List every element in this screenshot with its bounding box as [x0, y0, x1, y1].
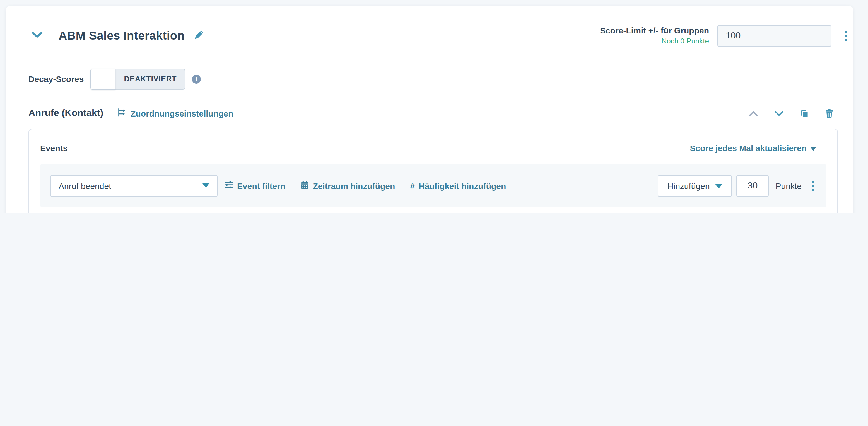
edit-title-button[interactable]	[193, 29, 204, 42]
panel-header-left: ABM Sales Interaktion	[28, 29, 204, 42]
score-limit-hint: Noch 0 Punkte	[600, 37, 709, 46]
duplicate-group-button[interactable]	[800, 108, 809, 118]
add-timeframe-link[interactable]: Zeitraum hinzufügen	[301, 181, 395, 191]
sliders-icon	[224, 181, 233, 191]
decay-row: Decay-Scores DEAKTIVIERT i	[28, 68, 838, 90]
delete-group-button[interactable]	[825, 108, 833, 118]
score-settings-page: ABM Sales Interaktion Score-Limit +/- fü…	[0, 0, 868, 213]
move-group-down-button[interactable]	[774, 110, 784, 116]
score-group-panel: ABM Sales Interaktion Score-Limit +/- fü…	[6, 6, 854, 213]
add-subtract-dropdown[interactable]: Hinzufügen	[658, 175, 732, 197]
points-unit-label: Punkte	[776, 181, 802, 190]
score-limit-label: Score-Limit +/- für Gruppen	[600, 26, 709, 36]
toggle-knob	[90, 68, 116, 90]
move-group-up-button[interactable]	[749, 110, 758, 116]
chevron-down-icon	[31, 31, 43, 41]
events-card-anrufe: Events Score jedes Mal aktualisieren Anr…	[28, 129, 838, 213]
row-kebab-menu-icon[interactable]	[809, 178, 816, 193]
copy-icon	[800, 108, 809, 118]
group-actions	[749, 108, 838, 118]
decay-toggle[interactable]: DEAKTIVIERT	[90, 68, 185, 90]
card-header: Events Score jedes Mal aktualisieren	[40, 142, 826, 154]
pencil-icon	[193, 29, 204, 42]
panel-kebab-menu-icon[interactable]	[842, 28, 849, 43]
decay-state-label: DEAKTIVIERT	[116, 69, 185, 89]
calendar-icon	[301, 181, 309, 191]
points-input[interactable]	[737, 175, 769, 197]
score-limit-text: Score-Limit +/- für Gruppen Noch 0 Punkt…	[600, 26, 709, 46]
filter-event-link[interactable]: Event filtern	[224, 181, 285, 191]
chevron-up-icon	[749, 110, 758, 116]
score-update-dropdown[interactable]: Score jedes Mal aktualisieren	[690, 143, 816, 153]
event-type-select[interactable]: Anruf beendet	[50, 175, 218, 197]
collapse-section-button[interactable]	[31, 31, 43, 41]
caret-down-icon	[715, 181, 723, 190]
score-limit-input[interactable]	[717, 25, 831, 46]
caret-down-icon	[197, 184, 209, 188]
decay-label: Decay-Scores	[28, 74, 90, 84]
info-icon[interactable]: i	[192, 74, 201, 84]
mapping-icon	[117, 108, 126, 119]
trash-icon	[825, 108, 833, 118]
caret-down-icon	[810, 143, 816, 153]
group-name: Anrufe (Kontakt)	[28, 108, 103, 119]
event-row: Anruf beendet Event filtern	[40, 164, 826, 207]
chevron-down-icon	[774, 110, 784, 116]
page-title: ABM Sales Interaktion	[59, 29, 185, 42]
panel-header: ABM Sales Interaktion Score-Limit +/- fü…	[28, 27, 838, 44]
mapping-settings-link[interactable]: Zuordnungseinstellungen	[117, 108, 233, 119]
events-label: Events	[40, 143, 67, 153]
event-row-scoring: Hinzufügen Punkte	[658, 175, 816, 197]
hash-icon: #	[410, 181, 415, 190]
panel-header-right: Score-Limit +/- für Gruppen Noch 0 Punkt…	[600, 25, 849, 46]
event-row-links: Event filtern Zeitraum hinzufügen # Häuf…	[224, 181, 506, 191]
group-header-anrufe: Anrufe (Kontakt) Zuordnungseinstellungen	[28, 106, 838, 120]
add-frequency-link[interactable]: # Häufigkeit hinzufügen	[410, 181, 506, 190]
